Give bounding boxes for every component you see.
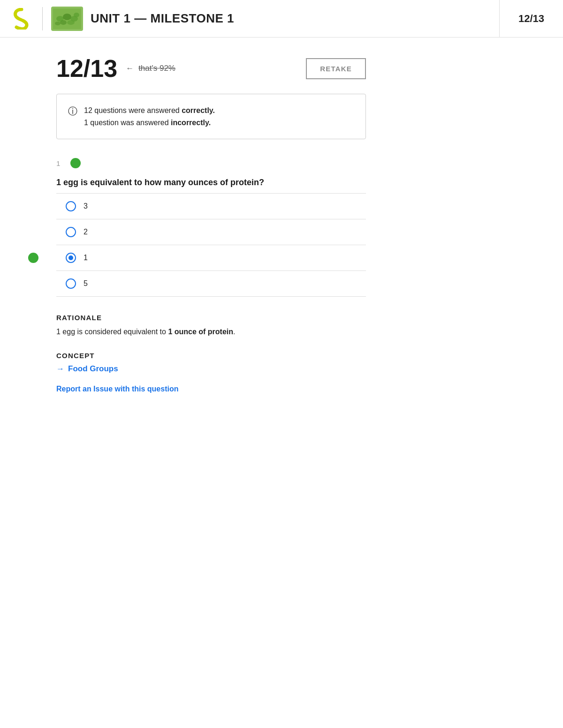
question-block: 1 1 egg is equivalent to how many ounces…	[56, 158, 366, 297]
thumbnail-image	[53, 8, 81, 29]
score-row: 12/13 ← that's 92% RETAKE	[56, 56, 366, 81]
radio-button-3[interactable]	[66, 201, 76, 211]
score-annotation: ← that's 92%	[126, 64, 175, 73]
concept-section: CONCEPT → Food Groups	[56, 352, 366, 374]
rationale-post: .	[233, 328, 235, 336]
retake-button[interactable]: RETAKE	[306, 58, 366, 79]
info-box: ⓘ 12 questions were answered correctly. …	[56, 94, 366, 139]
question-status-correct-dot	[70, 158, 81, 168]
rationale-section: RATIONALE 1 egg is considered equivalent…	[56, 314, 366, 338]
svg-point-7	[74, 13, 79, 17]
concept-link[interactable]: → Food Groups	[56, 364, 366, 374]
answer-list: 3 2 1 5	[56, 193, 366, 297]
header-score-area: 12/13	[499, 0, 554, 37]
arrow-right-icon: →	[56, 364, 64, 374]
rationale-pre: 1 egg is considered equivalent to	[56, 328, 168, 336]
radio-button-2[interactable]	[66, 227, 76, 237]
svg-point-2	[63, 14, 71, 20]
svg-point-5	[67, 20, 75, 25]
header-divider	[42, 7, 43, 30]
info-line2-bold: incorrectly.	[171, 119, 211, 127]
arrow-left-icon: ←	[126, 64, 134, 73]
answer-text-3: 3	[84, 202, 88, 210]
answer-option-1[interactable]: 1	[56, 245, 366, 270]
report-issue-link[interactable]: Report an Issue with this question	[56, 385, 178, 393]
svg-point-6	[55, 22, 61, 25]
logo-icon	[11, 8, 32, 30]
answer-option-5[interactable]: 5	[56, 270, 366, 297]
correct-indicator	[28, 253, 38, 263]
answer-text-1: 1	[84, 254, 88, 262]
radio-button-1[interactable]	[66, 253, 76, 263]
concept-link-text: Food Groups	[68, 364, 118, 374]
page-header: UNIT 1 — MILESTONE 1 12/13	[0, 0, 563, 38]
info-line1-pre: 12 questions were answered	[84, 106, 182, 114]
answer-text-5: 5	[84, 279, 88, 288]
info-line2-pre: 1 question was answered	[84, 119, 171, 127]
question-header: 1	[56, 158, 366, 168]
rationale-bold: 1 ounce of protein	[168, 328, 233, 336]
score-annotation-text: that's 92%	[138, 64, 175, 73]
rationale-label: RATIONALE	[56, 314, 366, 322]
unit-thumbnail	[51, 7, 83, 31]
big-score: 12/13	[56, 56, 117, 81]
main-content: 12/13 ← that's 92% RETAKE ⓘ 12 questions…	[0, 38, 422, 421]
question-number: 1	[56, 159, 65, 167]
answer-option-3[interactable]: 3	[56, 193, 366, 219]
concept-label: CONCEPT	[56, 352, 366, 360]
rationale-text: 1 egg is considered equivalent to 1 ounc…	[56, 326, 366, 338]
info-text: 12 questions were answered correctly. 1 …	[84, 105, 215, 128]
info-line1-bold: correctly.	[182, 106, 215, 114]
answer-option-2[interactable]: 2	[56, 219, 366, 245]
info-icon: ⓘ	[68, 105, 77, 128]
question-text: 1 egg is equivalent to how many ounces o…	[56, 177, 366, 188]
header-score: 12/13	[518, 13, 544, 25]
answer-text-2: 2	[84, 228, 88, 236]
logo	[9, 7, 34, 31]
unit-title: UNIT 1 — MILESTONE 1	[91, 11, 499, 26]
svg-point-4	[60, 20, 67, 25]
radio-button-5[interactable]	[66, 278, 76, 289]
